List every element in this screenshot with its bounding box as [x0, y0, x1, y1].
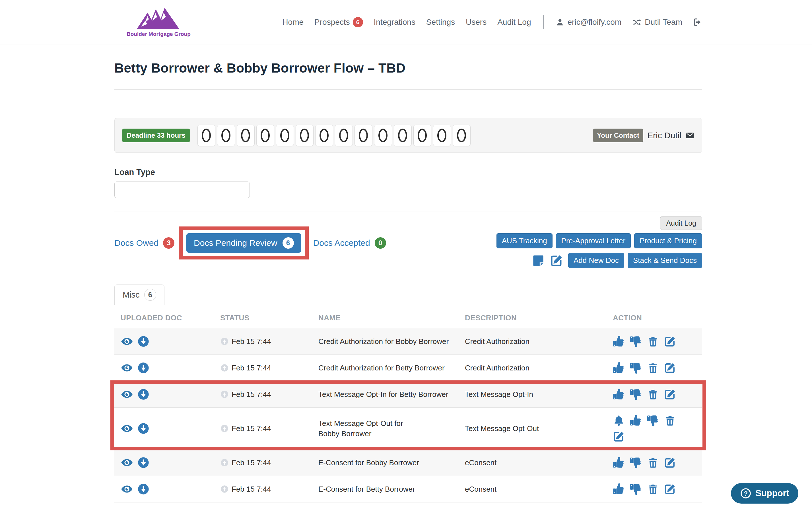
thumbs-down-icon[interactable] — [647, 414, 659, 427]
tab-docs-owed[interactable]: Docs Owed 3 — [114, 237, 174, 249]
thumbs-down-icon[interactable] — [630, 362, 642, 374]
milestone-step[interactable] — [394, 125, 412, 146]
eye-icon[interactable] — [121, 456, 133, 469]
divider — [114, 89, 702, 90]
nav-item-users[interactable]: Users — [466, 18, 486, 27]
milestone-step[interactable] — [237, 125, 255, 146]
edit-icon[interactable] — [664, 457, 676, 468]
bell-icon[interactable] — [613, 414, 625, 427]
milestone-step[interactable] — [335, 125, 353, 146]
trash-icon[interactable] — [647, 483, 659, 495]
eye-icon[interactable] — [121, 422, 133, 435]
nav-item-settings[interactable]: Settings — [426, 18, 455, 27]
edit-icon[interactable] — [664, 362, 676, 374]
eye-icon[interactable] — [121, 483, 133, 495]
download-icon[interactable] — [137, 388, 150, 401]
edit-icon[interactable] — [664, 483, 676, 495]
col-header-action: ACTION — [606, 314, 702, 322]
download-icon[interactable] — [137, 361, 150, 374]
stack-send-docs-button[interactable]: Stack & Send Docs — [628, 253, 702, 268]
doc-description: Text Message Opt-In — [459, 389, 606, 399]
eye-icon[interactable] — [121, 361, 133, 374]
trash-icon[interactable] — [664, 414, 676, 427]
milestone-circle-icon — [379, 129, 388, 142]
nav-item-users-label: Users — [466, 18, 486, 27]
nav-item-audit-log[interactable]: Audit Log — [497, 18, 531, 27]
download-icon[interactable] — [137, 456, 150, 469]
milestone-step[interactable] — [433, 125, 451, 146]
doc-description: Credit Authorization — [459, 363, 606, 373]
milestone-step[interactable] — [453, 125, 471, 146]
thumbs-up-icon[interactable] — [613, 335, 625, 347]
envelope-icon[interactable] — [685, 131, 695, 140]
add-new-doc-button[interactable]: Add New Doc — [568, 253, 624, 268]
edit-icon[interactable] — [613, 431, 625, 442]
milestone-step[interactable] — [217, 125, 235, 146]
download-icon[interactable] — [137, 422, 150, 435]
aus-tracking-button[interactable]: AUS Tracking — [497, 233, 553, 248]
thumbs-down-icon[interactable] — [630, 483, 642, 495]
user-account[interactable]: eric@floify.com — [556, 18, 622, 27]
status-timestamp: Feb 15 7:44 — [232, 457, 271, 468]
trash-icon[interactable] — [647, 388, 659, 400]
thumbs-up-icon[interactable] — [613, 483, 625, 495]
nav-item-home[interactable]: Home — [282, 18, 303, 27]
download-icon[interactable] — [137, 335, 150, 348]
team-switcher[interactable]: Dutil Team — [632, 18, 682, 27]
loan-type-input[interactable] — [114, 181, 250, 198]
nav-item-integrations-label: Integrations — [374, 18, 415, 27]
product-pricing-button[interactable]: Product & Pricing — [634, 233, 702, 248]
support-button[interactable]: Support — [731, 483, 798, 504]
thumbs-up-icon[interactable] — [630, 414, 642, 427]
upload-circle-icon — [220, 485, 229, 493]
nav-item-prospects-label: Prospects — [314, 18, 350, 27]
milestone-circle-icon — [359, 129, 368, 142]
edit-icon[interactable] — [550, 254, 563, 267]
tab-docs-pending-review[interactable]: Docs Pending Review 6 — [186, 233, 301, 252]
tab-docs-accepted[interactable]: Docs Accepted 0 — [313, 237, 386, 249]
milestone-step[interactable] — [315, 125, 333, 146]
brand-name: Boulder Mortgage Group — [127, 31, 191, 37]
milestone-step[interactable] — [413, 125, 431, 146]
pre-approval-letter-button[interactable]: Pre-Approval Letter — [556, 233, 631, 248]
contact-name: Eric Dutil — [647, 130, 681, 140]
thumbs-down-icon[interactable] — [630, 388, 642, 400]
doc-description: eConsent — [459, 484, 606, 494]
trash-icon[interactable] — [647, 335, 659, 347]
milestone-step[interactable] — [276, 125, 294, 146]
doc-name: E-Consent for Bobby Borrower — [312, 457, 459, 468]
milestone-circle-icon — [241, 129, 250, 142]
thumbs-down-icon[interactable] — [630, 457, 642, 468]
milestone-step[interactable] — [197, 125, 215, 146]
trash-icon[interactable] — [647, 362, 659, 374]
eye-icon[interactable] — [121, 388, 133, 401]
note-icon[interactable] — [532, 254, 545, 267]
loan-type-label: Loan Type — [114, 168, 702, 177]
table-row: Feb 15 7:44 E-Consent for Bobby Borrower… — [114, 450, 702, 476]
download-icon[interactable] — [137, 483, 150, 495]
table-header-row: UPLOADED DOC STATUS NAME DESCRIPTION ACT… — [114, 305, 702, 328]
milestone-circle-icon — [339, 129, 348, 142]
prospects-count-badge: 6 — [353, 17, 363, 27]
col-header-uploaded-doc: UPLOADED DOC — [114, 314, 214, 322]
docs-accepted-count-badge: 0 — [375, 237, 386, 249]
sign-out-icon[interactable] — [693, 18, 702, 27]
brand-logo[interactable]: Boulder Mortgage Group — [127, 7, 191, 37]
eye-icon[interactable] — [121, 335, 133, 348]
thumbs-up-icon[interactable] — [613, 388, 625, 400]
thumbs-up-icon[interactable] — [613, 457, 625, 468]
milestone-step[interactable] — [354, 125, 372, 146]
audit-log-button[interactable]: Audit Log — [660, 217, 702, 230]
nav-item-prospects[interactable]: Prospects 6 — [314, 17, 363, 27]
edit-icon[interactable] — [664, 335, 676, 347]
nav-item-integrations[interactable]: Integrations — [374, 18, 415, 27]
milestone-step[interactable] — [256, 125, 274, 146]
edit-icon[interactable] — [664, 388, 676, 400]
thumbs-down-icon[interactable] — [630, 335, 642, 347]
milestone-step[interactable] — [374, 125, 392, 146]
thumbs-up-icon[interactable] — [613, 362, 625, 374]
trash-icon[interactable] — [647, 457, 659, 468]
tab-misc[interactable]: Misc 6 — [114, 284, 165, 305]
milestone-circle-icon — [437, 129, 447, 142]
milestone-step[interactable] — [296, 125, 313, 146]
